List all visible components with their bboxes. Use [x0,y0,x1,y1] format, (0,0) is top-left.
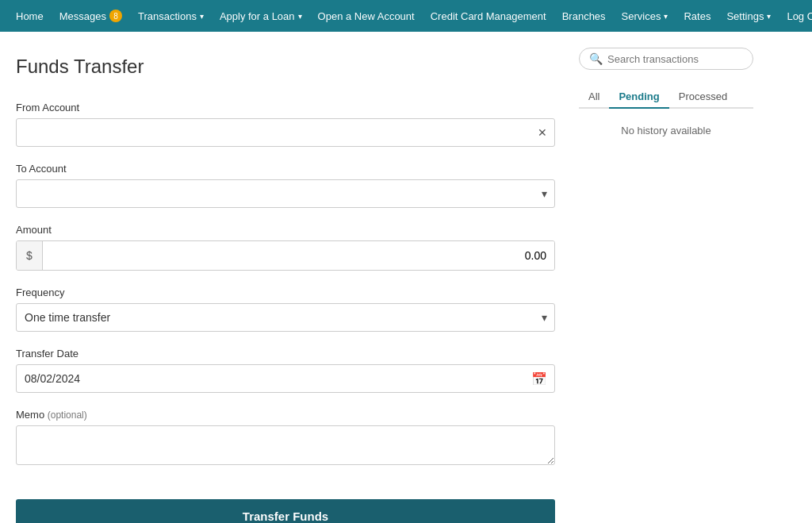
messages-badge: 8 [109,10,122,22]
to-account-select-wrapper: ▾ [16,179,555,208]
no-history-message: No history available [579,125,753,137]
transfer-date-label: Transfer Date [16,348,555,360]
memo-optional-text: (optional) [48,410,87,421]
transfer-date-group: Transfer Date 📅 [16,348,555,393]
from-account-group: From Account ✕ [16,102,555,147]
page-content: Funds Transfer From Account ✕ To Account… [0,32,812,523]
transactions-chevron-icon: ▾ [200,12,204,21]
nav-settings[interactable]: Settings ▾ [718,0,779,32]
nav-branches[interactable]: Branches [554,0,614,32]
memo-label: Memo (optional) [16,409,555,421]
page-title: Funds Transfer [16,48,555,78]
nav-apply-loan-label: Apply for a Loan [220,10,295,22]
memo-group: Memo (optional) [16,409,555,467]
nav-services[interactable]: Services ▾ [614,0,676,32]
frequency-group: Frequency One time transfer Weekly Bi-we… [16,286,555,332]
frequency-select[interactable]: One time transfer Weekly Bi-weekly Month… [16,303,555,332]
tab-pending[interactable]: Pending [609,86,668,109]
tab-all[interactable]: All [579,86,609,109]
from-account-select[interactable] [16,118,555,147]
from-account-select-wrapper: ✕ [16,118,555,147]
search-box: 🔍 [579,48,753,70]
nav-credit-card[interactable]: Credit Card Management [423,0,554,32]
filter-tabs: All Pending Processed [579,86,753,109]
amount-input-group: $ [16,240,555,271]
nav-settings-label: Settings [726,10,764,22]
nav-messages-label: Messages [59,10,106,22]
tab-processed[interactable]: Processed [669,86,737,109]
frequency-label: Frequency [16,286,555,298]
main-nav: Home Messages 8 Transactions ▾ Apply for… [0,0,812,32]
nav-open-account[interactable]: Open a New Account [310,0,423,32]
settings-chevron-icon: ▾ [767,12,771,21]
sidebar-panel: 🔍 All Pending Processed No history avail… [579,48,753,523]
memo-label-text: Memo [16,409,44,421]
nav-messages[interactable]: Messages 8 [52,0,130,32]
to-account-group: To Account ▾ [16,163,555,208]
memo-input[interactable] [16,425,555,465]
to-account-select[interactable] [16,179,555,208]
transfer-date-wrapper: 📅 [16,364,555,393]
nav-logoff[interactable]: Log Off [779,0,812,32]
transfer-funds-button[interactable]: Transfer Funds [16,499,555,523]
amount-group: Amount $ [16,224,555,271]
frequency-select-wrapper: One time transfer Weekly Bi-weekly Month… [16,303,555,332]
nav-transactions[interactable]: Transactions ▾ [130,0,212,32]
search-icon: 🔍 [589,52,603,65]
nav-rates[interactable]: Rates [676,0,718,32]
nav-apply-loan[interactable]: Apply for a Loan ▾ [212,0,310,32]
amount-prefix: $ [17,241,43,270]
to-account-label: To Account [16,163,555,175]
amount-label: Amount [16,224,555,236]
transfer-date-input[interactable] [16,364,555,393]
from-account-label: From Account [16,102,555,113]
search-input[interactable] [607,53,743,65]
nav-transactions-label: Transactions [138,10,197,22]
services-chevron-icon: ▾ [664,12,668,21]
form-panel: Funds Transfer From Account ✕ To Account… [16,48,555,523]
nav-home[interactable]: Home [8,0,52,32]
apply-loan-chevron-icon: ▾ [298,12,302,21]
nav-services-label: Services [622,10,661,22]
amount-input[interactable] [43,241,554,270]
